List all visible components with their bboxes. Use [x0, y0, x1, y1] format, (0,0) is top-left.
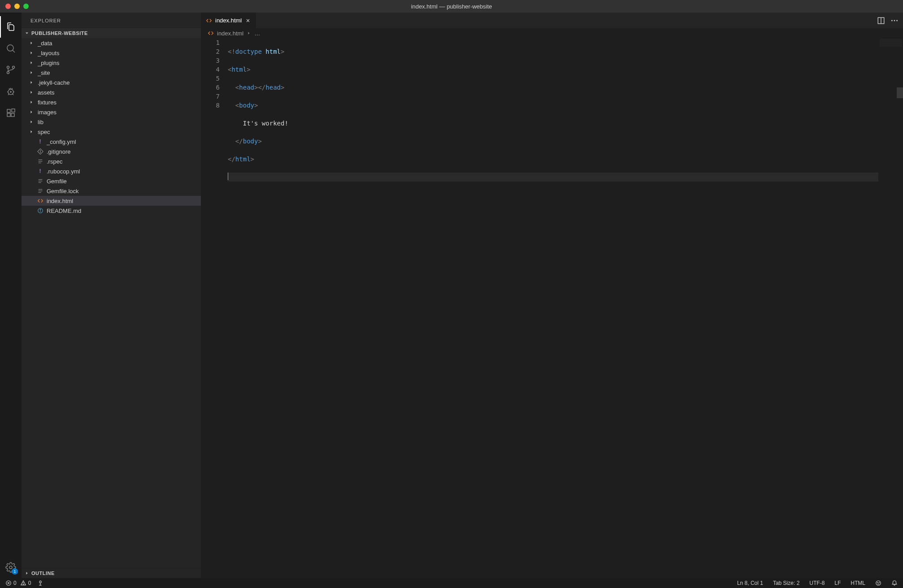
warning-icon — [20, 580, 26, 586]
file-tree-item[interactable]: README.md — [22, 206, 201, 216]
bug-icon — [5, 86, 16, 97]
file-label: fixtures — [38, 99, 56, 106]
line-number: 4 — [201, 65, 220, 74]
svg-point-33 — [891, 20, 893, 21]
chevron-right-icon — [28, 119, 35, 125]
line-number: 1 — [201, 38, 220, 47]
chevron-right-icon — [28, 80, 35, 85]
source-control-activity[interactable] — [0, 59, 22, 81]
svg-point-4 — [13, 66, 15, 69]
chevron-down-icon — [23, 30, 30, 36]
cursor-position[interactable]: Ln 8, Col 1 — [735, 580, 765, 586]
file-type-icon — [37, 187, 44, 195]
smiley-icon — [875, 580, 881, 586]
tab-index-html[interactable]: index.html — [201, 13, 256, 28]
svg-point-11 — [9, 566, 12, 569]
svg-rect-10 — [12, 109, 15, 112]
live-share-status[interactable] — [35, 580, 45, 586]
eol[interactable]: LF — [833, 580, 842, 586]
file-tree-item[interactable]: !_config.yml — [22, 137, 201, 147]
svg-point-2 — [7, 66, 9, 69]
project-name: PUBLISHER-WEBSITE — [31, 30, 88, 36]
html-file-icon — [205, 17, 213, 24]
chevron-right-icon — [28, 99, 35, 105]
editor-area: index.html index.html … — [201, 13, 903, 578]
file-tree-item[interactable]: Gemfile.lock — [22, 186, 201, 196]
search-activity[interactable] — [0, 38, 22, 59]
svg-text:!: ! — [39, 138, 41, 145]
file-tree-item[interactable]: _layouts — [22, 48, 201, 58]
activity-bar: 1 — [0, 13, 22, 578]
chevron-right-icon — [28, 129, 35, 134]
chevron-right-icon — [23, 571, 30, 576]
split-editor-button[interactable] — [877, 17, 885, 25]
editor-body[interactable]: 12345678 <!doctype html> <html> <head></… — [201, 38, 903, 578]
debug-activity[interactable] — [0, 81, 22, 102]
svg-line-1 — [13, 50, 15, 52]
problems-status[interactable]: 0 0 — [4, 580, 33, 586]
feedback-button[interactable] — [873, 580, 883, 586]
svg-marker-6 — [10, 91, 13, 93]
notifications-button[interactable] — [890, 580, 899, 586]
sidebar-title: EXPLORER — [22, 13, 201, 28]
file-tree-item[interactable]: _data — [22, 38, 201, 48]
file-tree-item[interactable]: !.rubocop.yml — [22, 166, 201, 176]
ellipsis-icon — [890, 17, 899, 25]
extensions-icon — [5, 108, 16, 118]
file-tree-item[interactable]: spec — [22, 127, 201, 137]
file-tree-item[interactable]: fixtures — [22, 97, 201, 107]
file-tree-item[interactable]: _site — [22, 68, 201, 78]
svg-point-42 — [876, 581, 881, 586]
minimap[interactable] — [878, 38, 903, 578]
language-mode[interactable]: HTML — [849, 580, 867, 586]
file-tree-item[interactable]: Gemfile — [22, 176, 201, 186]
maximize-window-button[interactable] — [23, 4, 29, 9]
more-actions-button[interactable] — [890, 17, 899, 25]
search-icon — [5, 43, 16, 54]
broadcast-icon — [37, 580, 43, 586]
minimize-window-button[interactable] — [14, 4, 20, 9]
text-cursor — [228, 173, 228, 180]
extensions-activity[interactable] — [0, 102, 22, 124]
file-tree-item[interactable]: assets — [22, 87, 201, 97]
minimap-viewport[interactable] — [897, 87, 903, 98]
statusbar: 0 0 Ln 8, Col 1 Tab Size: 2 UTF-8 LF HTM… — [0, 578, 903, 588]
file-tree-item[interactable]: lib — [22, 117, 201, 127]
file-tree-item[interactable]: _plugins — [22, 58, 201, 68]
file-label: images — [38, 109, 56, 116]
file-tree-item[interactable]: .rspec — [22, 156, 201, 166]
error-count: 0 — [13, 580, 17, 586]
line-number-gutter: 12345678 — [201, 38, 228, 578]
close-window-button[interactable] — [5, 4, 11, 9]
file-tree-item[interactable]: .gitignore — [22, 147, 201, 156]
file-label: .jekyll-cache — [38, 79, 70, 86]
file-tree-item[interactable]: .jekyll-cache — [22, 78, 201, 87]
file-tree[interactable]: _data_layouts_plugins_site.jekyll-cachea… — [22, 38, 201, 568]
project-header[interactable]: PUBLISHER-WEBSITE — [22, 28, 201, 38]
tab-size[interactable]: Tab Size: 2 — [771, 580, 801, 586]
file-label: _plugins — [38, 60, 59, 66]
file-label: _layouts — [38, 50, 59, 56]
file-tree-item[interactable]: index.html — [22, 196, 201, 206]
breadcrumb-file: index.html — [217, 30, 243, 37]
file-label: _config.yml — [47, 138, 76, 145]
code-content[interactable]: <!doctype html> <html> <head></head> <bo… — [228, 38, 903, 578]
file-label: Gemfile.lock — [47, 188, 79, 195]
outline-header[interactable]: OUTLINE — [22, 568, 201, 578]
chevron-right-icon — [28, 90, 35, 95]
tab-close-button[interactable] — [244, 17, 252, 24]
svg-point-3 — [7, 72, 9, 74]
file-type-icon — [37, 177, 44, 185]
settings-activity[interactable]: 1 — [0, 557, 22, 578]
line-number: 5 — [201, 74, 220, 83]
file-label: README.md — [47, 208, 81, 214]
svg-point-0 — [7, 45, 13, 51]
file-tree-item[interactable]: images — [22, 107, 201, 117]
breadcrumbs[interactable]: index.html … — [201, 28, 903, 38]
line-number: 3 — [201, 56, 220, 65]
file-label: lib — [38, 119, 43, 125]
encoding[interactable]: UTF-8 — [807, 580, 826, 586]
file-label: .rubocop.yml — [47, 168, 80, 175]
explorer-activity[interactable] — [0, 16, 22, 38]
outline-label: OUTLINE — [31, 571, 55, 576]
